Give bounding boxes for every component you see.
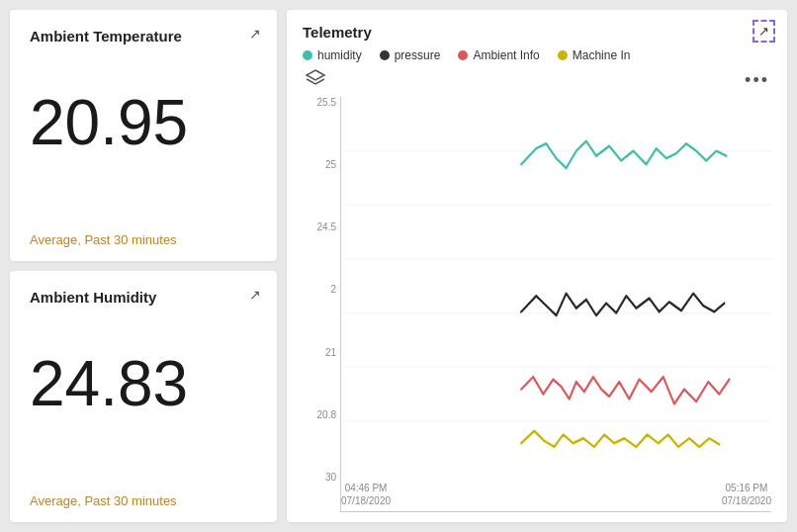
left-panel: Ambient Temperature ↗ 20.95 Average, Pas… <box>10 10 277 522</box>
y-label-255: 25.5 <box>303 97 340 108</box>
legend-dot-machine-in <box>558 50 568 60</box>
dashboard: Ambient Temperature ↗ 20.95 Average, Pas… <box>0 0 797 532</box>
options-menu-button[interactable]: ••• <box>745 70 769 91</box>
ambient-info-line <box>521 377 729 403</box>
expand-humidity-icon[interactable]: ↗ <box>249 287 261 303</box>
y-label-30: 30 <box>303 472 340 483</box>
legend-label-ambient-info: Ambient Info <box>473 48 539 62</box>
y-label-2: 2 <box>303 284 340 295</box>
telemetry-panel: Telemetry ↗ humidity pressure Ambient In… <box>287 10 787 522</box>
ambient-temperature-card: Ambient Temperature ↗ 20.95 Average, Pas… <box>10 10 277 261</box>
humidity-line <box>521 141 726 168</box>
ambient-temperature-title: Ambient Temperature <box>30 28 257 44</box>
y-label-21: 21 <box>303 347 340 358</box>
legend-item-machine-in: Machine In <box>558 48 631 62</box>
y-label-25: 25 <box>303 159 340 170</box>
telemetry-title: Telemetry <box>303 24 372 41</box>
chart-area: 25.5 25 24.5 2 21 20.8 30 <box>303 97 771 512</box>
legend-dot-humidity <box>303 50 312 60</box>
ambient-temperature-subtitle: Average, Past 30 minutes <box>30 232 257 247</box>
chart-svg <box>341 97 771 478</box>
legend-item-pressure: pressure <box>380 48 441 62</box>
ambient-humidity-title: Ambient Humidity <box>30 289 257 306</box>
chart-toolbar: ••• <box>303 68 771 93</box>
pressure-line <box>521 294 724 315</box>
y-label-245: 24.5 <box>303 222 340 232</box>
legend-label-pressure: pressure <box>395 48 441 62</box>
y-axis: 25.5 25 24.5 2 21 20.8 30 <box>303 97 340 512</box>
legend-item-humidity: humidity <box>303 48 362 62</box>
layers-icon[interactable] <box>305 68 326 93</box>
x-label-left: 04:46 PM07/18/2020 <box>341 482 391 511</box>
telemetry-header: Telemetry ↗ <box>303 24 771 41</box>
legend-item-ambient-info: Ambient Info <box>458 48 539 62</box>
expand-temperature-icon[interactable]: ↗ <box>249 26 261 42</box>
legend-dot-pressure <box>380 50 390 60</box>
legend-dot-ambient-info <box>458 50 468 60</box>
legend-label-machine-in: Machine In <box>573 48 631 62</box>
ambient-humidity-value: 24.83 <box>30 342 257 419</box>
ambient-humidity-card: Ambient Humidity ↗ 24.83 Average, Past 3… <box>10 271 277 522</box>
expand-telemetry-button[interactable]: ↗ <box>753 20 775 43</box>
machine-in-line <box>521 431 719 447</box>
ambient-temperature-value: 20.95 <box>30 81 257 158</box>
ambient-humidity-subtitle: Average, Past 30 minutes <box>30 493 257 508</box>
telemetry-legend: humidity pressure Ambient Info Machine I… <box>303 48 771 62</box>
legend-label-humidity: humidity <box>317 48 362 62</box>
y-label-208: 20.8 <box>303 409 340 420</box>
svg-marker-0 <box>307 70 324 80</box>
x-axis-labels: 04:46 PM07/18/2020 05:16 PM07/18/2020 <box>341 478 771 511</box>
x-label-right: 05:16 PM07/18/2020 <box>722 482 771 511</box>
